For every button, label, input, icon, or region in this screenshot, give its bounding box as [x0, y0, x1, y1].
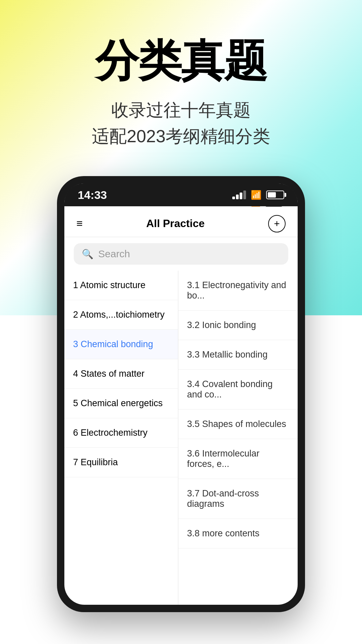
hero-subtitle-line2: 适配2023考纲精细分类 [0, 123, 362, 149]
topic-item-3.7[interactable]: 3.7 Dot-and-cross diagrams [178, 479, 298, 519]
sidebar-item-7[interactable]: 7 Equilibria [64, 448, 178, 477]
topic-item-3.6[interactable]: 3.6 Intermolecular forces, e... [178, 439, 298, 479]
status-time: 14:33 [78, 189, 107, 202]
topic-item-3.1[interactable]: 3.1 Electronegativity and bo... [178, 271, 298, 311]
topic-item-3.3[interactable]: 3.3 Metallic bonding [178, 340, 298, 370]
split-content: 1 Atomic structure2 Atoms,...toichiometr… [64, 271, 298, 605]
dynamic-island [151, 187, 211, 202]
sidebar-item-2[interactable]: 2 Atoms,...toichiometry [64, 300, 178, 330]
search-icon: 🔍 [82, 249, 94, 260]
left-panel: 1 Atomic structure2 Atoms,...toichiometr… [64, 271, 178, 605]
hero-subtitle-line1: 收录过往十年真题 [0, 97, 362, 123]
hero-title: 分类真题 [0, 37, 362, 85]
right-panel: 3.1 Electronegativity and bo...3.2 Ionic… [178, 271, 298, 605]
status-icons: 📶 [232, 190, 284, 200]
sidebar-item-5[interactable]: 5 Chemical energetics [64, 389, 178, 418]
wifi-icon: 📶 [251, 190, 261, 200]
add-button[interactable]: + [268, 215, 286, 232]
hero-subtitle: 收录过往十年真题 适配2023考纲精细分类 [0, 97, 362, 149]
phone-frame: 14:33 📶 14:33 [57, 176, 305, 612]
hero-section: 分类真题 收录过往十年真题 适配2023考纲精细分类 [0, 0, 362, 149]
sidebar-item-3[interactable]: 3 Chemical bonding [64, 330, 178, 359]
nav-bar: ≡ All Practice + [64, 210, 298, 237]
topic-item-3.8[interactable]: 3.8 more contents [178, 519, 298, 548]
sidebar-item-4[interactable]: 4 States of matter [64, 359, 178, 389]
search-container: 🔍 Search [64, 237, 298, 271]
search-bar[interactable]: 🔍 Search [74, 243, 288, 265]
signal-icon [232, 191, 246, 199]
topic-item-3.2[interactable]: 3.2 Ionic bonding [178, 311, 298, 340]
search-placeholder: Search [98, 248, 130, 260]
topic-item-3.5[interactable]: 3.5 Shapes of molecules [178, 410, 298, 439]
phone-screen: 14:33 🛜 [64, 183, 298, 605]
nav-title: All Practice [146, 217, 204, 230]
screen-content: 14:33 🛜 [64, 183, 298, 605]
menu-icon[interactable]: ≡ [76, 217, 83, 230]
sidebar-item-6[interactable]: 6 Electrochemistry [64, 418, 178, 448]
sidebar-item-1[interactable]: 1 Atomic structure [64, 271, 178, 300]
topic-item-3.4[interactable]: 3.4 Covalent bonding and co... [178, 370, 298, 410]
battery-icon [266, 191, 284, 199]
phone-mockup: 14:33 📶 14:33 [0, 176, 362, 612]
